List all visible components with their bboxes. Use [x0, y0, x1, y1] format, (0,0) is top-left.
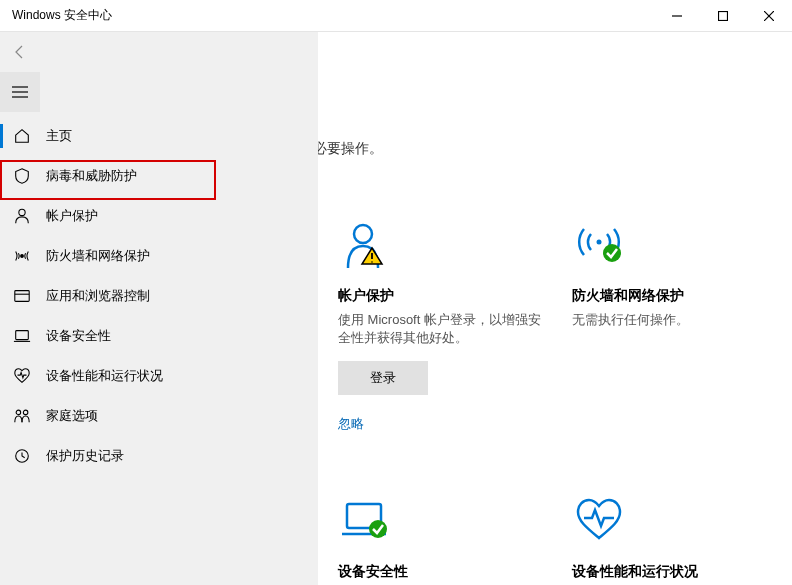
maximize-button[interactable] — [700, 0, 746, 32]
family-icon — [12, 406, 32, 426]
home-icon — [12, 126, 32, 146]
svg-point-21 — [603, 244, 621, 262]
sidebar-item-label: 应用和浏览器控制 — [46, 287, 150, 305]
history-icon — [12, 446, 32, 466]
sidebar-item-label: 保护历史记录 — [46, 447, 124, 465]
device-icon — [12, 326, 32, 346]
sidebar-item-history[interactable]: 保护历史记录 — [0, 436, 318, 476]
sidebar-item-account[interactable]: 帐户保护 — [0, 196, 318, 236]
sidebar-item-firewall[interactable]: 防火墙和网络保护 — [0, 236, 318, 276]
card-title: 设备安全性 — [338, 563, 548, 581]
svg-point-7 — [19, 209, 25, 215]
titlebar: Windows 安全中心 — [0, 0, 792, 32]
card-desc: 使用 Microsoft 帐户登录，以增强安全性并获得其他好处。 — [338, 311, 548, 347]
svg-point-20 — [597, 240, 602, 245]
card-desc: 无需执行任何操作。 — [572, 311, 782, 329]
sidebar-item-device-security[interactable]: 设备安全性 — [0, 316, 318, 356]
sign-in-button[interactable]: 登录 — [338, 361, 428, 395]
network-icon — [12, 246, 32, 266]
sidebar-item-label: 家庭选项 — [46, 407, 98, 425]
network-ok-icon — [572, 217, 782, 273]
card-device-health: 设备性能和运行状况 — [572, 493, 782, 585]
svg-point-16 — [354, 225, 372, 243]
sidebar-item-label: 防火墙和网络保护 — [46, 247, 150, 265]
browser-icon — [12, 286, 32, 306]
close-button[interactable] — [746, 0, 792, 32]
sidebar-item-label: 病毒和威胁防护 — [46, 167, 137, 185]
sidebar-item-home[interactable]: 主页 — [0, 116, 318, 156]
sidebar-item-label: 设备性能和运行状况 — [46, 367, 163, 385]
sidebar-item-label: 主页 — [46, 127, 72, 145]
shield-icon — [12, 166, 32, 186]
sidebar-item-label: 设备安全性 — [46, 327, 111, 345]
svg-point-13 — [16, 410, 21, 415]
ignore-link[interactable]: 忽略 — [338, 415, 548, 433]
sidebar-item-device-health[interactable]: 设备性能和运行状况 — [0, 356, 318, 396]
minimize-button[interactable] — [654, 0, 700, 32]
svg-point-8 — [21, 255, 24, 258]
laptop-ok-icon — [338, 493, 548, 549]
svg-point-14 — [23, 410, 28, 415]
back-button[interactable] — [0, 32, 40, 72]
sidebar: 主页 病毒和威胁防护 帐户保护 防火墙和网络保护 应用和浏览器控制 — [0, 32, 318, 585]
card-title: 防火墙和网络保护 — [572, 287, 782, 305]
svg-rect-11 — [16, 331, 29, 340]
card-title: 帐户保护 — [338, 287, 548, 305]
card-device-security: 设备安全性 查看状态并管理硬件安全功能。 — [338, 493, 548, 585]
window-controls — [654, 0, 792, 32]
hamburger-menu-button[interactable] — [0, 72, 40, 112]
sidebar-item-virus[interactable]: 病毒和威胁防护 — [0, 156, 318, 196]
svg-point-24 — [369, 520, 387, 538]
card-firewall: 防火墙和网络保护 无需执行任何操作。 — [572, 217, 782, 433]
sidebar-item-label: 帐户保护 — [46, 207, 98, 225]
person-icon — [12, 206, 32, 226]
svg-rect-1 — [719, 11, 728, 20]
intro-text: 必要操作。 — [313, 140, 383, 158]
health-icon — [12, 366, 32, 386]
heart-health-icon — [572, 493, 782, 549]
person-warning-icon — [338, 217, 548, 273]
svg-point-19 — [371, 261, 373, 263]
sidebar-item-app-browser[interactable]: 应用和浏览器控制 — [0, 276, 318, 316]
card-title: 设备性能和运行状况 — [572, 563, 782, 581]
window-title: Windows 安全中心 — [12, 7, 112, 24]
cards-grid: 帐户保护 使用 Microsoft 帐户登录，以增强安全性并获得其他好处。 登录… — [338, 217, 782, 585]
svg-rect-9 — [15, 291, 29, 302]
sidebar-item-family[interactable]: 家庭选项 — [0, 396, 318, 436]
card-account-protection: 帐户保护 使用 Microsoft 帐户登录，以增强安全性并获得其他好处。 登录… — [338, 217, 548, 433]
